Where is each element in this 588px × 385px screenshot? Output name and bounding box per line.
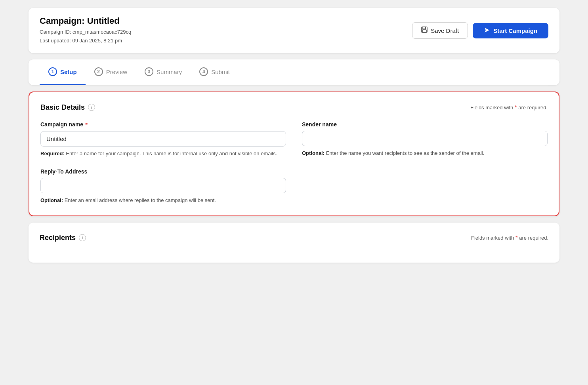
last-updated-value: 09 Jan 2025, 8:21 pm bbox=[72, 38, 122, 44]
tab-preview[interactable]: 2 Preview bbox=[86, 59, 136, 85]
reply-to-hint: Optional: Enter an email address where r… bbox=[40, 196, 286, 204]
tabs-nav: 1 Setup 2 Preview 3 Summary 4 Submit bbox=[40, 59, 548, 85]
svg-marker-4 bbox=[485, 28, 489, 32]
campaign-title: Campaign: Untitled bbox=[40, 16, 131, 26]
recipients-required-note: Fields marked with * are required. bbox=[471, 234, 548, 241]
tab-submit-label: Submit bbox=[211, 69, 230, 75]
campaign-id-label: Campaign ID: bbox=[40, 29, 71, 35]
header-left: Campaign: Untitled Campaign ID: cmp_mtas… bbox=[40, 16, 131, 45]
header-card: Campaign: Untitled Campaign ID: cmp_mtas… bbox=[29, 8, 559, 53]
reply-to-input[interactable] bbox=[40, 178, 286, 193]
campaign-name-group: Campaign name * Required: Enter a name f… bbox=[40, 121, 286, 158]
sender-name-label: Sender name bbox=[302, 121, 548, 128]
basic-details-card: Basic Details i Fields marked with * are… bbox=[29, 91, 559, 216]
sender-name-input[interactable] bbox=[302, 131, 548, 146]
start-campaign-button[interactable]: Start Campaign bbox=[473, 23, 548, 38]
campaign-name-label: Campaign name * bbox=[40, 121, 286, 128]
tab-summary[interactable]: 3 Summary bbox=[136, 59, 191, 85]
sender-name-group: Sender name Optional: Enter the name you… bbox=[302, 121, 548, 158]
start-campaign-label: Start Campaign bbox=[493, 27, 537, 34]
send-icon bbox=[484, 27, 490, 34]
tab-preview-label: Preview bbox=[106, 69, 127, 75]
reply-to-group: Reply-To Address Optional: Enter an emai… bbox=[40, 168, 286, 204]
campaign-name-required-star: * bbox=[85, 121, 88, 128]
header-actions: Save Draft Start Campaign bbox=[412, 22, 548, 39]
basic-details-title-group: Basic Details i bbox=[40, 103, 95, 112]
tab-setup[interactable]: 1 Setup bbox=[40, 59, 86, 85]
recipients-header: Recipients i Fields marked with * are re… bbox=[40, 234, 548, 242]
recipients-title: Recipients bbox=[40, 234, 76, 242]
save-draft-label: Save Draft bbox=[431, 27, 459, 34]
svg-rect-2 bbox=[422, 30, 426, 32]
basic-details-title: Basic Details bbox=[40, 103, 85, 112]
basic-details-required-note: Fields marked with * are required. bbox=[470, 104, 548, 111]
basic-details-header: Basic Details i Fields marked with * are… bbox=[40, 103, 548, 112]
campaign-id-value: cmp_mtasmocaoac729cq bbox=[73, 29, 131, 35]
recipients-info-icon[interactable]: i bbox=[79, 234, 86, 241]
tab-number-4: 4 bbox=[199, 67, 208, 76]
tab-number-3: 3 bbox=[145, 67, 153, 76]
campaign-name-input[interactable] bbox=[40, 131, 286, 147]
tab-summary-label: Summary bbox=[157, 69, 182, 75]
tabs-card: 1 Setup 2 Preview 3 Summary 4 Submit bbox=[29, 59, 559, 85]
basic-details-form-grid: Campaign name * Required: Enter a name f… bbox=[40, 121, 548, 204]
floppy-icon bbox=[421, 27, 428, 34]
last-updated-row: Last updated: 09 Jan 2025, 8:21 pm bbox=[40, 36, 131, 45]
sender-name-hint: Optional: Enter the name you want recipi… bbox=[302, 149, 548, 157]
tab-number-1: 1 bbox=[48, 67, 57, 76]
recipients-card: Recipients i Fields marked with * are re… bbox=[29, 223, 559, 263]
tab-number-2: 2 bbox=[94, 67, 103, 76]
campaign-id-row: Campaign ID: cmp_mtasmocaoac729cq bbox=[40, 28, 131, 36]
reply-to-empty-col bbox=[302, 168, 548, 204]
recipients-title-group: Recipients i bbox=[40, 234, 86, 242]
tab-submit[interactable]: 4 Submit bbox=[191, 59, 239, 85]
campaign-name-hint: Required: Enter a name for your campaign… bbox=[40, 150, 286, 158]
save-draft-button[interactable]: Save Draft bbox=[412, 22, 468, 39]
last-updated-label: Last updated: bbox=[40, 38, 71, 44]
tab-setup-label: Setup bbox=[60, 69, 77, 75]
reply-to-label: Reply-To Address bbox=[40, 168, 286, 175]
basic-details-info-icon[interactable]: i bbox=[88, 104, 95, 111]
